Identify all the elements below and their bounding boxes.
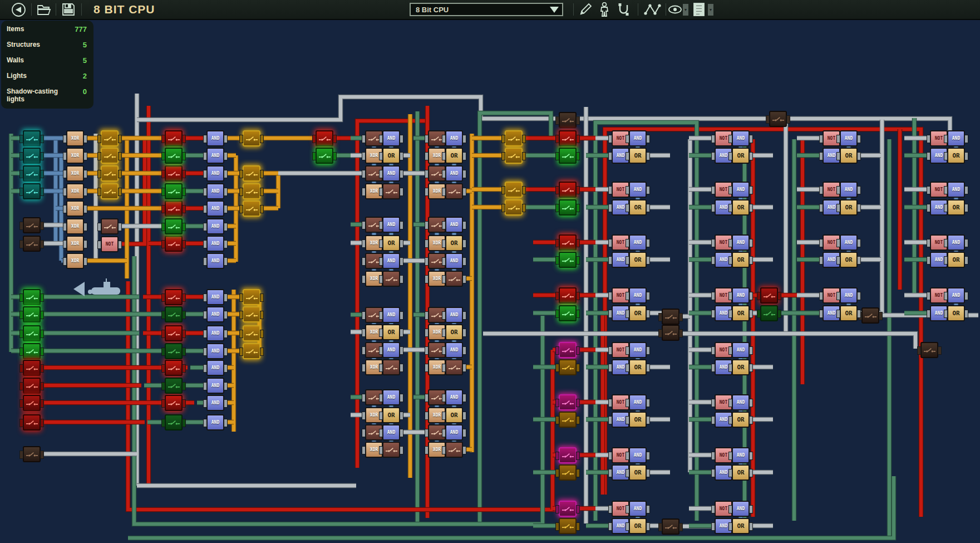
- gate-not[interactable]: NOT: [101, 236, 119, 252]
- relay-red-lit[interactable]: [23, 414, 41, 431]
- relay-red-on[interactable]: [559, 182, 577, 198]
- relay-orange[interactable]: [505, 182, 523, 198]
- relay-red-on[interactable]: [559, 130, 577, 146]
- relay-off[interactable]: [23, 217, 41, 233]
- node-graph-button[interactable]: [641, 0, 663, 19]
- gate-xor[interactable]: XOR: [66, 218, 84, 234]
- gate-or[interactable]: OR: [382, 324, 400, 340]
- gate-and[interactable]: AND: [206, 253, 224, 269]
- relay-red-on[interactable]: [165, 130, 183, 146]
- gate-or[interactable]: OR: [840, 199, 858, 216]
- gate-or[interactable]: OR: [732, 464, 750, 481]
- gate-and[interactable]: AND: [629, 447, 647, 463]
- relay-green-on[interactable]: [23, 325, 41, 341]
- gate-and[interactable]: AND: [382, 165, 400, 182]
- gate-and[interactable]: AND: [206, 414, 224, 431]
- relay-brown[interactable]: [101, 218, 119, 234]
- gate-or[interactable]: OR: [629, 305, 647, 321]
- gate-and[interactable]: AND: [382, 389, 400, 405]
- relay-green-on[interactable]: [316, 148, 333, 164]
- gate-and[interactable]: AND: [445, 130, 463, 146]
- gate-and[interactable]: AND: [445, 253, 463, 269]
- relay-orange-dim[interactable]: [559, 412, 577, 428]
- relay-green-on[interactable]: [559, 199, 577, 216]
- relay-green-off[interactable]: [165, 343, 183, 359]
- relay-red-on[interactable]: [165, 395, 183, 411]
- gate-or[interactable]: OR: [732, 199, 750, 216]
- relay-orange-dim[interactable]: [559, 518, 577, 534]
- gate-or[interactable]: OR: [445, 407, 463, 423]
- edit-pencil-button[interactable]: [577, 0, 594, 19]
- layer-list-button[interactable]: [691, 0, 707, 19]
- gate-and[interactable]: AND: [629, 234, 647, 251]
- gate-and[interactable]: AND: [629, 342, 647, 358]
- submarine-select-dropdown[interactable]: 8 Bit CPU: [410, 3, 563, 16]
- relay-teal[interactable]: [23, 165, 41, 182]
- relay-off[interactable]: [920, 342, 938, 358]
- gate-or[interactable]: OR: [382, 407, 400, 423]
- gate-and[interactable]: AND: [732, 501, 750, 517]
- relay-orange[interactable]: [243, 306, 260, 322]
- relay-orange[interactable]: [243, 165, 260, 182]
- relay-red-on[interactable]: [165, 360, 183, 376]
- relay-orange[interactable]: [101, 148, 119, 164]
- relay-magenta[interactable]: [559, 501, 577, 517]
- relay-green-off[interactable]: [165, 378, 183, 394]
- gate-and[interactable]: AND: [382, 342, 400, 358]
- relay-teal[interactable]: [23, 148, 41, 164]
- gate-and[interactable]: AND: [445, 389, 463, 405]
- gate-or[interactable]: OR: [840, 148, 858, 164]
- relay-red-on[interactable]: [165, 289, 183, 305]
- relay-brown[interactable]: [445, 183, 463, 199]
- gate-or[interactable]: OR: [732, 305, 750, 321]
- relay-green-on[interactable]: [559, 252, 577, 268]
- relay-brown[interactable]: [382, 271, 400, 287]
- gate-or[interactable]: OR: [382, 148, 400, 164]
- gate-or[interactable]: OR: [445, 235, 463, 251]
- relay-magenta[interactable]: [559, 447, 577, 463]
- relay-orange[interactable]: [101, 130, 119, 146]
- gate-and[interactable]: AND: [382, 130, 400, 146]
- relay-off[interactable]: [23, 236, 41, 252]
- gate-or[interactable]: OR: [732, 359, 750, 375]
- gate-and[interactable]: AND: [629, 394, 647, 410]
- gate-and[interactable]: AND: [732, 394, 750, 410]
- relay-orange[interactable]: [505, 130, 523, 146]
- relay-red-on[interactable]: [559, 287, 577, 304]
- gate-and[interactable]: AND: [206, 218, 224, 234]
- relay-orange-dim[interactable]: [559, 464, 577, 481]
- relay-red-on[interactable]: [559, 234, 577, 251]
- gate-xor[interactable]: XOR: [66, 200, 84, 217]
- relay-red-lit[interactable]: [23, 395, 41, 411]
- gate-and[interactable]: AND: [206, 378, 224, 394]
- relay-red-lit[interactable]: [23, 360, 41, 376]
- gate-and[interactable]: AND: [382, 424, 400, 441]
- gate-and[interactable]: AND: [445, 424, 463, 441]
- relay-green-on[interactable]: [165, 218, 183, 234]
- gate-or[interactable]: OR: [732, 252, 750, 268]
- relay-red-on[interactable]: [165, 165, 183, 182]
- gate-and[interactable]: AND: [445, 217, 463, 233]
- gate-and[interactable]: AND: [206, 306, 224, 322]
- gate-and[interactable]: AND: [732, 130, 750, 146]
- relay-brown[interactable]: [445, 359, 463, 375]
- relay-orange[interactable]: [243, 343, 260, 359]
- gate-or[interactable]: OR: [947, 199, 965, 216]
- relay-off[interactable]: [23, 446, 41, 462]
- relay-off[interactable]: [662, 325, 679, 341]
- wire[interactable]: [483, 334, 915, 349]
- gate-and[interactable]: AND: [206, 360, 224, 376]
- relay-orange[interactable]: [243, 183, 260, 199]
- gate-and[interactable]: AND: [840, 182, 858, 198]
- gate-and[interactable]: AND: [629, 501, 647, 517]
- gate-and[interactable]: AND: [382, 217, 400, 233]
- gate-or[interactable]: OR: [947, 148, 965, 164]
- relay-orange[interactable]: [243, 325, 260, 341]
- relay-green-off[interactable]: [760, 305, 778, 321]
- gate-and[interactable]: AND: [206, 325, 224, 341]
- gate-and[interactable]: AND: [445, 342, 463, 358]
- relay-red-on[interactable]: [165, 200, 183, 217]
- gate-and[interactable]: AND: [382, 253, 400, 269]
- relay-red-on[interactable]: [165, 236, 183, 252]
- relay-brown[interactable]: [445, 442, 463, 458]
